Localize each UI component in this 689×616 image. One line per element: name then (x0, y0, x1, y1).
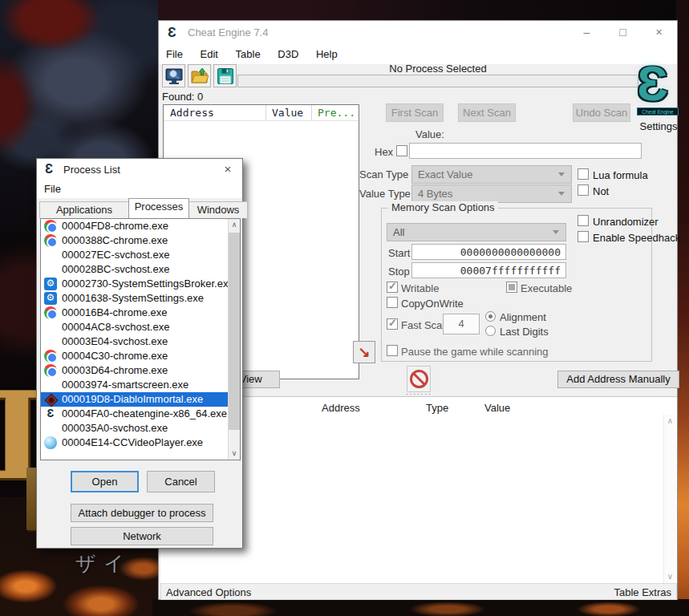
tab-processes[interactable]: Processes (128, 198, 189, 218)
dialog-close-button[interactable]: × (220, 161, 236, 177)
process-row[interactable]: ⚙00001638-SystemSettings.exe (41, 291, 240, 306)
process-row[interactable]: 00003974-smartscreen.exe (41, 378, 240, 392)
col-value[interactable]: Value (272, 107, 303, 119)
minimize-button[interactable]: – (569, 21, 605, 45)
not-label: Not (593, 185, 609, 197)
executable-checkbox[interactable] (506, 282, 517, 293)
scroll-down-icon[interactable]: ∨ (664, 570, 676, 583)
pause-game-checkbox[interactable] (387, 345, 398, 356)
settings-link[interactable]: Settings (637, 120, 680, 132)
fast-scan-alignment-input[interactable]: 4 (443, 314, 480, 334)
menu-help[interactable]: Help (309, 45, 345, 60)
process-row[interactable]: 00003D64-chrome.exe (41, 363, 240, 378)
advanced-options-link[interactable]: Advanced Options (166, 586, 251, 598)
process-row[interactable]: Ɛ00004FA0-cheatengine-x86_64.exe (41, 407, 240, 421)
table-scrollbar[interactable]: ∧ ∨ (663, 415, 676, 583)
ccvideo-icon (44, 436, 57, 449)
dialog-menu-file[interactable]: File (37, 180, 68, 195)
tab-applications[interactable]: Applications (39, 201, 129, 218)
save-table-button[interactable] (213, 64, 237, 87)
open-button[interactable]: Open (71, 471, 139, 492)
table-col-type[interactable]: Type (426, 402, 448, 414)
table-extras-link[interactable]: Table Extras (614, 586, 671, 598)
unrandomizer-checkbox[interactable] (578, 215, 589, 226)
scan-type-dropdown[interactable]: Exact Value (411, 165, 572, 184)
scan-type-value: Exact Value (418, 168, 472, 180)
check-icon: ✓ (388, 317, 397, 329)
process-row[interactable]: 000027EC-svchost.exe (41, 248, 240, 262)
process-row[interactable]: 00004AC8-svchost.exe (41, 320, 240, 334)
lua-formula-checkbox[interactable] (578, 168, 589, 180)
title-bar: Ɛ Cheat Engine 7.4 – □ × (159, 21, 677, 45)
process-row[interactable]: 0000388C-chrome.exe (41, 233, 240, 248)
enable-speedhack-checkbox[interactable] (578, 231, 589, 242)
process-list[interactable]: 00004FD8-chrome.exe0000388C-chrome.exe00… (40, 218, 241, 460)
scroll-up-icon[interactable]: ∧ (229, 219, 240, 231)
process-row[interactable]: 000028BC-svchost.exe (41, 262, 240, 277)
value-input[interactable] (409, 143, 642, 159)
chrome-icon (44, 364, 57, 377)
table-col-address[interactable]: Address (322, 402, 360, 414)
process-name: 00003974-smartscreen.exe (62, 378, 188, 392)
menu-d3d[interactable]: D3D (270, 45, 306, 60)
blank-icon (44, 263, 57, 276)
process-row[interactable]: 00004FD8-chrome.exe (41, 219, 240, 233)
maximize-button[interactable]: □ (605, 21, 641, 45)
scan-results-header: Address Value Pre... (164, 105, 359, 121)
not-checkbox[interactable] (578, 184, 589, 196)
cancel-button[interactable]: Cancel (147, 471, 215, 492)
alignment-radio[interactable] (485, 311, 496, 322)
blank-icon (44, 379, 57, 391)
background-bottom-strip (152, 599, 689, 616)
copyonwrite-checkbox[interactable] (387, 297, 398, 308)
fast-scan-checkbox[interactable]: ✓ (387, 318, 398, 330)
process-name: 00004FA0-cheatengine-x86_64.exe (62, 407, 227, 421)
gear-icon: ⚙ (44, 278, 57, 290)
background-letter-bar (26, 468, 36, 530)
scan-region-dropdown[interactable]: All (387, 223, 566, 241)
process-row[interactable]: 000016B4-chrome.exe (41, 306, 240, 320)
first-scan-button[interactable]: First Scan (386, 103, 444, 122)
menu-edit[interactable]: Edit (193, 45, 225, 60)
process-row[interactable]: 00004E14-CCVideoPlayer.exe (41, 436, 240, 450)
stop-address-input[interactable]: 00007fffffffffff (411, 262, 566, 278)
network-button[interactable]: Network (71, 527, 213, 545)
process-row[interactable]: 00004C30-chrome.exe (41, 349, 240, 363)
cheat-engine-logo[interactable]: Ɛ Cheat Engine (635, 58, 682, 122)
last-digits-radio[interactable] (485, 326, 496, 336)
col-address[interactable]: Address (170, 107, 214, 119)
process-row[interactable]: 000035A0-svchost.exe (41, 421, 240, 436)
open-file-button[interactable] (188, 64, 211, 87)
process-row[interactable]: 00003E04-svchost.exe (41, 334, 240, 349)
gear-icon: ⚙ (44, 292, 57, 305)
writable-checkbox[interactable]: ✓ (387, 282, 398, 293)
chrome-icon (44, 306, 57, 319)
value-type-label: Value Type (359, 188, 407, 200)
cheat-engine-icon: Ɛ (45, 162, 53, 176)
chevron-down-icon (553, 230, 559, 234)
lua-formula-label: Lua formula (593, 169, 648, 181)
menu-bar: File Edit Table D3D Help (159, 45, 677, 64)
hex-checkbox[interactable] (396, 145, 407, 156)
undo-scan-button[interactable]: Undo Scan (573, 103, 630, 122)
tab-windows[interactable]: Windows (188, 201, 248, 218)
col-previous[interactable]: Pre... (318, 107, 355, 119)
add-selected-addresses-button[interactable]: ↘ (353, 341, 375, 363)
scrollbar-thumb[interactable] (229, 233, 240, 430)
process-row[interactable]: 000019D8-DiabloImmortal.exe (41, 392, 228, 407)
enable-speedhack-label: Enable Speedhack (593, 232, 680, 244)
start-address-input[interactable]: 0000000000000000 (411, 244, 566, 260)
close-button[interactable]: × (641, 21, 677, 45)
menu-table[interactable]: Table (229, 45, 268, 60)
scroll-up-icon[interactable]: ∧ (664, 415, 676, 428)
scroll-down-icon[interactable]: ∨ (229, 448, 240, 460)
menu-file[interactable]: File (159, 45, 190, 60)
add-address-manually-button[interactable]: Add Address Manually (557, 371, 679, 388)
value-type-dropdown[interactable]: 4 Bytes (411, 184, 572, 203)
process-list-scrollbar[interactable]: ∧ ∨ (228, 219, 240, 460)
process-row[interactable]: ⚙00002730-SystemSettingsBroker.exe (41, 277, 240, 291)
table-col-value[interactable]: Value (484, 402, 510, 414)
next-scan-button[interactable]: Next Scan (458, 103, 516, 122)
select-process-button[interactable] (162, 64, 185, 87)
attach-debugger-button[interactable]: Attach debugger to process (71, 504, 213, 522)
